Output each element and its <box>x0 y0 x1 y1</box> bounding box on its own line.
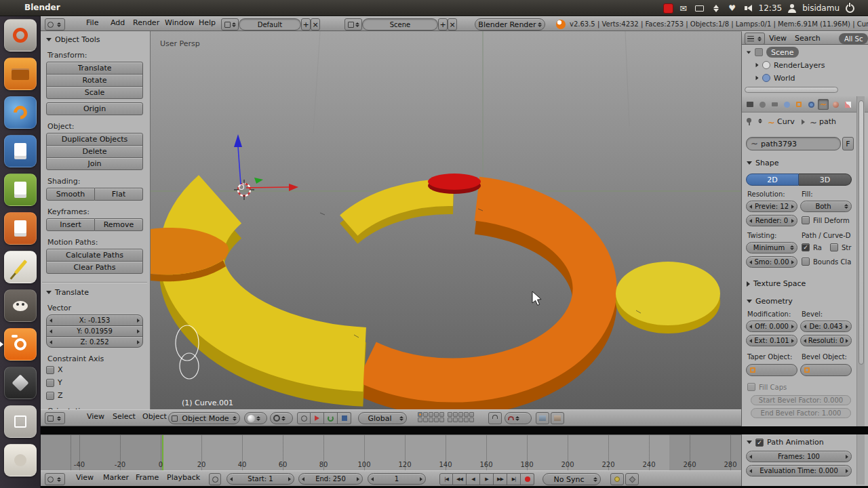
layer-cell[interactable] <box>423 412 428 417</box>
increase-arrow[interactable] <box>846 455 848 459</box>
manipulator-toggle-button[interactable] <box>297 412 311 424</box>
bevel-depth-stepper[interactable]: De: 0.043 <box>800 321 852 332</box>
jump-to-start-button[interactable] <box>439 473 453 485</box>
current-frame-stepper[interactable]: 1 <box>368 473 426 485</box>
radius-checkbox[interactable] <box>802 243 810 251</box>
dock-item-blender[interactable] <box>4 328 37 361</box>
scale-button[interactable]: Scale <box>46 86 143 99</box>
layer-cell[interactable] <box>453 412 458 417</box>
viewport-canvas[interactable]: User Persp (1) Curve.001 <box>151 31 741 409</box>
tab-object-data[interactable] <box>818 99 829 110</box>
snap-dropdown[interactable] <box>505 412 532 424</box>
lock-to-scene-button[interactable] <box>488 412 502 424</box>
stretch-checkbox[interactable] <box>830 243 838 251</box>
previous-keyframe-button[interactable] <box>453 473 467 485</box>
fill-mode-dropdown[interactable]: Both <box>800 201 852 212</box>
evaluation-time-stepper[interactable]: Evaluation Time: 0.000 <box>746 465 852 476</box>
origin-button[interactable]: Origin <box>46 102 143 115</box>
layer-cell[interactable] <box>429 418 433 422</box>
increase-arrow[interactable] <box>846 325 848 329</box>
layer-cell[interactable] <box>448 418 452 422</box>
outliner-display-mode-dropdown[interactable]: All Sc <box>839 33 868 44</box>
menu-marker[interactable]: Marker <box>103 473 129 482</box>
messages-icon[interactable] <box>677 2 690 14</box>
scrollbar-thumb[interactable] <box>859 100 864 365</box>
bevel-object-field[interactable] <box>800 364 852 376</box>
dock-item-software-center[interactable] <box>4 444 37 476</box>
play-reverse-button[interactable] <box>467 473 480 485</box>
increase-arrow[interactable] <box>791 260 794 264</box>
preview-resolution-stepper[interactable]: Previe: 12 <box>746 201 797 212</box>
outliner-horizontal-scrollbar[interactable] <box>745 87 838 93</box>
increase-arrow[interactable] <box>420 477 422 481</box>
outliner-item-renderlayers[interactable]: RenderLayers <box>755 59 825 71</box>
offset-stepper[interactable]: Off: 0.000 <box>746 321 797 332</box>
tab-object[interactable] <box>793 99 804 110</box>
scene-browse-button[interactable] <box>344 18 362 30</box>
transform-orientation-dropdown[interactable]: Global <box>358 412 407 424</box>
layer-cell[interactable] <box>434 418 439 422</box>
dock-item-libreoffice-draw[interactable] <box>4 251 37 283</box>
object-tools-panel-header[interactable]: Object Tools <box>46 35 143 44</box>
bevel-resolution-stepper[interactable]: Resoluti: 0 <box>800 335 852 346</box>
layer-cell[interactable] <box>464 412 469 417</box>
fake-user-button[interactable]: F <box>842 137 854 150</box>
scene-name-field[interactable]: Scene <box>362 18 438 30</box>
dock-item-libreoffice-calc[interactable] <box>4 174 37 206</box>
translate-button[interactable]: Translate <box>46 62 143 75</box>
menu-frame[interactable]: Frame <box>136 473 159 482</box>
dock-item-gimp[interactable] <box>4 289 37 322</box>
render-opengl-button[interactable] <box>536 412 549 424</box>
join-button[interactable]: Join <box>46 157 143 170</box>
dock-item-libreoffice[interactable] <box>4 405 37 438</box>
session-power-icon[interactable] <box>844 2 856 14</box>
tab-scene[interactable] <box>769 99 780 110</box>
clock[interactable]: 12:35 <box>759 3 783 13</box>
sync-icon[interactable] <box>726 2 738 14</box>
ubuntu-logo-yellow-disc[interactable] <box>616 262 720 325</box>
pin-icon[interactable] <box>747 118 751 123</box>
increase-arrow[interactable] <box>357 477 359 481</box>
extrude-stepper[interactable]: Ext: 0.101 <box>746 335 797 346</box>
network-icon[interactable] <box>710 2 722 14</box>
menu-playback[interactable]: Playback <box>167 473 200 482</box>
screen-layout-field[interactable]: Default <box>239 18 301 30</box>
flat-button[interactable]: Flat <box>95 188 143 201</box>
tab-material[interactable] <box>830 99 841 110</box>
scale-manipulator-button[interactable] <box>338 412 351 424</box>
vector-y-stepper[interactable]: Y: 0.01959 <box>46 325 143 337</box>
twist-mode-dropdown[interactable]: Minimum <box>746 242 797 253</box>
menu-file[interactable]: File <box>86 18 98 27</box>
layer-cell[interactable] <box>458 418 463 422</box>
delete-button[interactable]: Delete <box>46 145 143 158</box>
layer-cell[interactable] <box>469 418 474 422</box>
breadcrumb-browse-arrows[interactable] <box>758 119 762 123</box>
menu-select[interactable]: Select <box>113 412 136 421</box>
dimension-2d-button[interactable]: 2D <box>746 174 799 186</box>
increase-arrow[interactable] <box>791 205 794 209</box>
layer-cell[interactable] <box>448 412 452 417</box>
smooth-button[interactable]: Smooth <box>46 188 95 201</box>
increase-arrow[interactable] <box>137 319 140 323</box>
datablock-name-field[interactable]: path3793 <box>746 137 841 150</box>
breadcrumb-object[interactable]: Curv <box>777 117 795 126</box>
remove-keyframe-button[interactable]: Remove <box>95 218 143 231</box>
menu-search[interactable]: Search <box>795 34 821 43</box>
time-indicator-button[interactable] <box>209 473 221 485</box>
layer-cell[interactable] <box>458 412 463 417</box>
path-animation-panel-header[interactable]: Path Animation <box>747 438 868 447</box>
dock-item-files[interactable] <box>4 58 37 90</box>
dock-item-libreoffice-writer[interactable] <box>4 135 37 167</box>
clear-paths-button[interactable]: Clear Paths <box>46 261 143 274</box>
rotate-button[interactable]: Rotate <box>46 74 143 87</box>
start-bevel-factor-field[interactable]: Start Bevel Factor: 0.000 <box>751 395 851 405</box>
shape-panel-header[interactable]: Shape <box>747 159 868 167</box>
expand-triangle-icon[interactable] <box>756 63 759 67</box>
translate-manipulator-button[interactable] <box>311 412 324 424</box>
tab-world[interactable] <box>781 99 792 110</box>
menu-render[interactable]: Render <box>133 18 159 27</box>
fill-deform-checkbox[interactable] <box>802 216 810 224</box>
next-keyframe-button[interactable] <box>494 473 507 485</box>
layer-cell[interactable] <box>439 412 444 417</box>
viewport-shading-dropdown[interactable] <box>244 412 267 424</box>
